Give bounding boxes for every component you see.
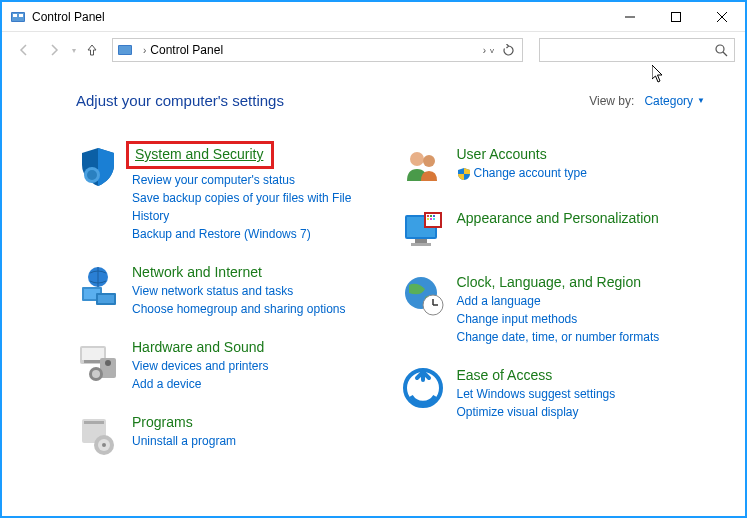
category-title[interactable]: Ease of Access [457,367,553,383]
svg-rect-19 [82,348,104,360]
svg-rect-42 [411,243,431,246]
category-network: Network and Internet View network status… [76,263,381,318]
viewby-dropdown[interactable]: Category ▼ [644,94,705,108]
viewby-label: View by: [589,94,634,108]
category-title[interactable]: Network and Internet [132,264,262,280]
category-link[interactable]: View devices and printers [132,357,381,375]
page-title: Adjust your computer's settings [76,92,284,109]
category-title[interactable]: Appearance and Personalization [457,210,659,226]
minimize-button[interactable] [607,2,653,31]
category-link[interactable]: Choose homegroup and sharing options [132,300,381,318]
svg-rect-38 [427,218,429,220]
view-by: View by: Category ▼ [589,94,705,108]
window-title: Control Panel [32,10,607,24]
appearance-icon [401,209,445,253]
category-link[interactable]: Add a language [457,292,706,310]
category-hardware: Hardware and Sound View devices and prin… [76,338,381,393]
svg-rect-40 [433,218,435,220]
ease-of-access-icon [401,366,445,410]
close-button[interactable] [699,2,745,31]
hardware-icon [76,338,120,382]
svg-rect-5 [672,12,681,21]
left-column: System and Security Review your computer… [76,145,381,477]
control-panel-icon [117,42,133,58]
svg-rect-2 [13,14,17,17]
chevron-right-icon[interactable]: › [143,45,146,56]
control-panel-icon [10,9,26,25]
category-programs: Programs Uninstall a program [76,413,381,457]
category-clock: Clock, Language, and Region Add a langua… [401,273,706,346]
svg-point-31 [423,155,435,167]
category-title[interactable]: Programs [132,414,193,430]
categories: System and Security Review your computer… [76,145,705,477]
svg-rect-36 [430,215,432,217]
category-title[interactable]: Clock, Language, and Region [457,274,641,290]
up-button[interactable] [82,40,102,60]
svg-rect-26 [84,421,104,424]
svg-point-22 [105,360,111,366]
category-link[interactable]: Change account type [457,164,706,182]
category-link[interactable]: Change input methods [457,310,706,328]
svg-rect-20 [84,360,102,363]
content-header: Adjust your computer's settings View by:… [76,92,705,109]
back-button[interactable] [12,38,36,62]
svg-rect-3 [19,14,23,17]
category-title[interactable]: Hardware and Sound [132,339,264,355]
search-box[interactable] [539,38,735,62]
category-title[interactable]: System and Security [126,141,274,169]
category-link[interactable]: Uninstall a program [132,432,381,450]
category-appearance: Appearance and Personalization [401,209,706,253]
network-icon [76,263,120,307]
forward-button[interactable] [42,38,66,62]
svg-point-29 [102,443,106,447]
shield-icon [76,145,120,189]
window-titlebar: Control Panel [2,2,745,32]
clock-globe-icon [401,273,445,317]
svg-rect-41 [415,239,427,243]
users-icon [401,145,445,189]
category-title[interactable]: User Accounts [457,146,547,162]
category-link[interactable]: Change date, time, or number formats [457,328,706,346]
category-link[interactable]: Add a device [132,375,381,393]
programs-icon [76,413,120,457]
svg-rect-35 [427,215,429,217]
right-column: User Accounts Change account type [401,145,706,477]
uac-shield-icon [457,167,471,181]
category-link[interactable]: Save backup copies of your files with Fi… [132,189,381,225]
refresh-button[interactable] [498,40,518,60]
category-link[interactable]: Let Windows suggest settings [457,385,706,403]
search-icon[interactable] [715,44,728,57]
navigation-bar: ▾ › Control Panel › v [2,32,745,68]
svg-line-11 [723,52,727,56]
category-ease-access: Ease of Access Let Windows suggest setti… [401,366,706,421]
category-system-security: System and Security Review your computer… [76,145,381,243]
svg-point-10 [716,45,724,53]
window-controls [607,2,745,31]
category-link[interactable]: Optimize visual display [457,403,706,421]
address-dropdown-icon[interactable]: v [490,46,494,55]
content-area: Adjust your computer's settings View by:… [2,68,745,477]
category-user-accounts: User Accounts Change account type [401,145,706,189]
recent-dropdown-icon[interactable]: ▾ [72,46,76,55]
svg-rect-37 [433,215,435,217]
svg-rect-9 [119,46,131,54]
address-location: Control Panel [150,43,478,57]
category-link[interactable]: Backup and Restore (Windows 7) [132,225,381,243]
svg-point-30 [410,152,424,166]
chevron-down-icon: ▼ [697,96,705,105]
category-link[interactable]: Review your computer's status [132,171,381,189]
svg-rect-17 [98,295,114,303]
svg-point-24 [92,370,100,378]
category-link[interactable]: View network status and tasks [132,282,381,300]
address-bar[interactable]: › Control Panel › v [112,38,523,62]
search-input[interactable] [546,43,715,57]
chevron-right-icon[interactable]: › [483,45,486,56]
maximize-button[interactable] [653,2,699,31]
svg-rect-39 [430,218,432,220]
